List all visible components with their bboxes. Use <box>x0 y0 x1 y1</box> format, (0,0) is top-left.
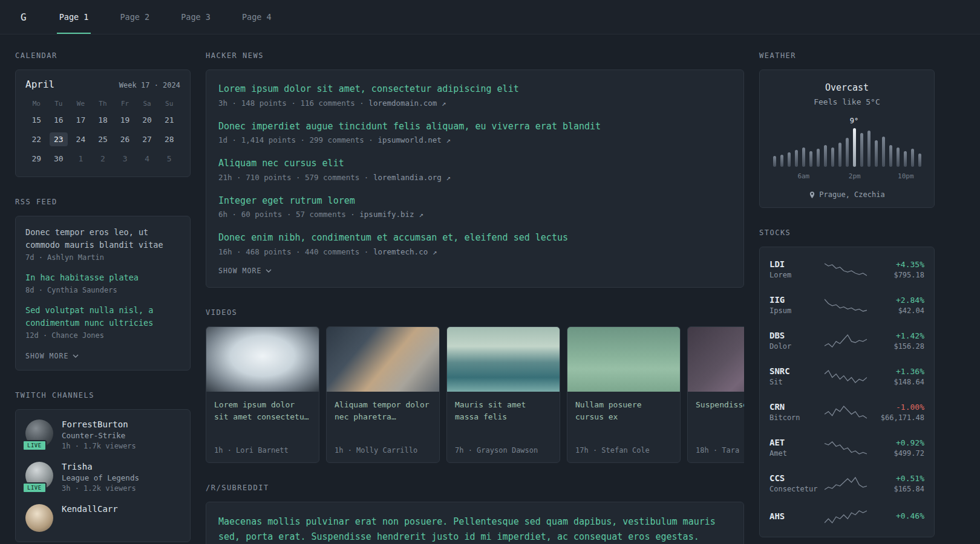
rss-item-link[interactable]: In hac habitasse platea <box>25 271 180 284</box>
stock-row[interactable]: CRN Bitcorn -1.00% $66,171.48 <box>769 394 924 430</box>
hn-item: Donec enim nibh, condimentum et accumsan… <box>218 231 731 256</box>
twitch-channel-row[interactable]: LIVE Trisha League of Legends 3h · 1.2k … <box>25 462 180 493</box>
left-column: CALENDAR April Week 17 · 2024 Mo Tu We T… <box>15 51 191 544</box>
twitch-channel-info: KendallCarr <box>62 504 118 532</box>
stocks-widget-title: STOCKS <box>759 228 935 237</box>
calendar-day: 17 <box>70 113 92 127</box>
hn-item: Integer eget rutrum lorem 6h · 60 points… <box>218 194 731 219</box>
weekday-label: Mo <box>25 100 48 108</box>
weekday-label: We <box>70 100 92 108</box>
subreddit-post-link[interactable]: Maecenas mollis pulvinar erat non posuer… <box>218 514 731 544</box>
show-more-label: SHOW MORE <box>218 267 261 275</box>
stock-ticker: AET <box>769 438 823 447</box>
calendar-day: 27 <box>136 132 158 146</box>
twitch-widget: TWITCH CHANNELS LIVE ForrestBurton Count… <box>15 391 191 542</box>
stock-id: CCS Consectetur <box>769 473 823 493</box>
stock-values: +0.92% $499.72 <box>869 438 924 458</box>
twitch-widget-title: TWITCH CHANNELS <box>15 391 191 400</box>
tab-page-3[interactable]: Page 3 <box>172 0 219 34</box>
stock-id: IIG Ipsum <box>769 295 823 315</box>
twitch-channel-meta: 3h · 1.2k viewers <box>62 484 139 493</box>
weekday-label: Fr <box>114 100 136 108</box>
hn-item-meta: 6h · 60 points · 57 comments · ipsumify.… <box>218 210 731 219</box>
avatar-wrap <box>25 504 53 532</box>
stock-ticker: LDI <box>769 259 823 269</box>
hn-item-link[interactable]: Aliquam nec cursus elit <box>218 157 731 170</box>
video-card[interactable]: Suspendisse diam 18h · Tara <box>687 326 744 463</box>
video-thumbnail <box>327 327 439 392</box>
stock-price: $42.04 <box>869 306 924 315</box>
videos-row: Lorem ipsum dolor sit amet consectetu… 1… <box>206 326 744 463</box>
stock-name: Lorem <box>769 271 823 279</box>
video-body: Suspendisse diam 18h · Tara <box>688 392 744 462</box>
subreddit-card: Maecenas mollis pulvinar erat non posuer… <box>206 502 744 544</box>
stock-row[interactable]: LDI Lorem +4.35% $795.18 <box>769 251 924 287</box>
rss-item-link[interactable]: Sed volutpat nulla nisl, a condimentum n… <box>25 304 180 329</box>
rss-item-link[interactable]: Donec tempor eros leo, ut commodo mauris… <box>25 226 180 251</box>
app-logo: G <box>21 11 27 23</box>
tab-page-1[interactable]: Page 1 <box>51 0 97 34</box>
rss-item: In hac habitasse platea 8d · Cynthia Sau… <box>25 271 180 294</box>
stock-row[interactable]: DBS Dolor +1.42% $156.28 <box>769 323 924 358</box>
hn-item-domain-link[interactable]: ipsumify.biz <box>359 210 414 219</box>
stock-price: $165.84 <box>869 485 924 493</box>
stock-price: $156.28 <box>869 342 924 351</box>
video-meta: 1h · Lori Barnett <box>214 446 311 455</box>
calendar-day-next-month: 1 <box>70 152 92 166</box>
stock-price: $148.64 <box>869 378 924 386</box>
stock-values: +4.35% $795.18 <box>869 260 924 279</box>
stock-row[interactable]: AET Amet +0.92% $499.72 <box>769 430 924 465</box>
hn-item: Lorem ipsum dolor sit amet, consectetur … <box>218 82 731 108</box>
calendar-day: 21 <box>158 113 180 127</box>
hackernews-show-more-button[interactable]: SHOW MORE <box>218 267 272 275</box>
stock-row[interactable]: AHS +0.46% <box>769 501 924 533</box>
calendar-day: 16 <box>48 113 70 127</box>
stock-row[interactable]: SNRC Sit +1.36% $148.64 <box>769 358 924 394</box>
external-link-icon: ↗ <box>442 99 446 108</box>
hn-item-domain-link[interactable]: loremtech.co <box>373 247 428 256</box>
video-card[interactable]: Mauris sit amet massa felis 7h · Grayson… <box>446 326 560 463</box>
calendar-dates: 15 16 17 18 19 20 21 22 23 24 25 26 27 2… <box>25 113 180 166</box>
rss-show-more-button[interactable]: SHOW MORE <box>25 352 79 360</box>
stock-ticker: CCS <box>769 473 823 483</box>
stock-row[interactable]: IIG Ipsum +2.84% $42.04 <box>769 287 924 323</box>
twitch-channel-category: Counter-Strike <box>62 431 136 440</box>
calendar-day: 24 <box>70 132 92 146</box>
twitch-channel-row[interactable]: KendallCarr <box>25 504 180 532</box>
hour-label: 6am <box>797 172 809 180</box>
tab-page-2[interactable]: Page 2 <box>111 0 158 34</box>
hn-item-link[interactable]: Lorem ipsum dolor sit amet, consectetur … <box>218 82 731 96</box>
rss-item: Sed volutpat nulla nisl, a condimentum n… <box>25 304 180 340</box>
hn-item-domain-link[interactable]: loremdomain.com <box>368 99 437 108</box>
weather-hour-labels: 6am 2pm 10pm <box>769 172 924 181</box>
calendar-day: 20 <box>136 113 158 127</box>
stock-row[interactable]: CCS Consectetur +0.51% $165.84 <box>769 465 924 501</box>
stock-chart-wrap <box>823 333 869 349</box>
weekday-label: Tu <box>48 100 70 108</box>
tab-page-4[interactable]: Page 4 <box>234 0 280 34</box>
rss-widget-title: RSS FEED <box>15 198 191 206</box>
stock-sparkline <box>825 369 867 384</box>
hn-item-link[interactable]: Donec enim nibh, condimentum et accumsan… <box>218 231 731 245</box>
hn-item-link[interactable]: Donec imperdiet augue tincidunt felis al… <box>218 120 731 134</box>
hn-item-link[interactable]: Integer eget rutrum lorem <box>218 194 731 208</box>
video-card[interactable]: Lorem ipsum dolor sit amet consectetu… 1… <box>206 326 319 463</box>
stock-name: Sit <box>769 378 823 386</box>
hn-item-domain-link[interactable]: loremlandia.org <box>373 173 442 182</box>
page-tabs: Page 1 Page 2 Page 3 Page 4 <box>51 0 295 34</box>
hour-label: 10pm <box>898 172 914 180</box>
calendar-day-next-month: 2 <box>92 152 114 166</box>
hn-item: Aliquam nec cursus elit 21h · 710 points… <box>218 157 731 182</box>
video-card[interactable]: Aliquam tempor dolor nec pharetra… 1h · … <box>326 326 440 463</box>
video-body: Lorem ipsum dolor sit amet consectetu… 1… <box>206 392 319 462</box>
weather-widget: WEATHER Overcast Feels like 5°C 9° 6am 2… <box>759 51 935 208</box>
video-card[interactable]: Nullam posuere cursus ex 17h · Stefan Co… <box>567 326 681 463</box>
hn-item-domain-link[interactable]: ipsumworld.net <box>377 135 441 144</box>
stock-sparkline <box>825 476 867 491</box>
weather-chart: 9° 6am 2pm 10pm <box>769 123 924 181</box>
weather-location: Prague, Czechia <box>769 190 924 199</box>
video-meta: 7h · Grayson Dawson <box>455 446 552 455</box>
twitch-channel-row[interactable]: LIVE ForrestBurton Counter-Strike 1h · 1… <box>25 419 180 450</box>
stock-sparkline <box>825 297 867 313</box>
stock-sparkline <box>825 509 867 525</box>
